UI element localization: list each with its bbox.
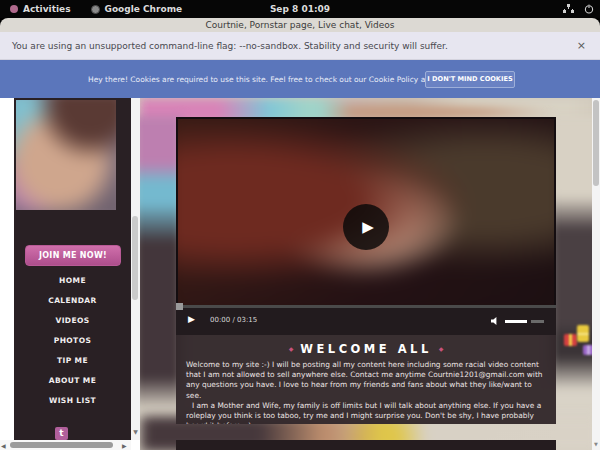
cookie-message: Hey there! Cookies are required to use t… [88,75,466,84]
page-vertical-scrollbar-thumb[interactable] [593,100,599,186]
sidebar-horizontal-scrollbar[interactable]: ◀ ▶ [0,440,131,450]
video-controls-bar: ▶ 00:00 / 03:15 [176,305,556,335]
network-icon[interactable] [563,4,574,14]
sidebar-menu: HOME CALENDAR VIDEOS PHOTOS TIP ME ABOUT… [14,271,131,411]
sidebar-scroll-right-icon[interactable]: ▶ [122,442,127,449]
clock[interactable]: Sep 8 01:09 [0,4,600,14]
volume-icon [491,316,501,326]
welcome-text: Welcome to my site :-) I will be posting… [186,360,546,424]
volume-control[interactable] [491,316,544,326]
sandbox-warning-infobar: You are using an unsupported command-lin… [0,32,600,60]
join-now-button[interactable]: JOIN ME NOW! [25,245,121,266]
welcome-section: ◆WELCOME ALL◆ Welcome to my site :-) I w… [176,335,556,424]
welcome-heading: ◆WELCOME ALL◆ [176,342,556,356]
welcome-paragraph-2: I am a Mother and Wife, my family is off… [186,401,546,424]
sidebar-horizontal-scrollbar-thumb[interactable] [10,442,113,448]
cookie-consent-bar: Hey there! Cookies are required to use t… [0,60,600,98]
video-progress-handle[interactable] [176,303,183,310]
profile-photo-blur [16,100,116,210]
welcome-heading-text: WELCOME ALL [300,342,431,356]
sidebar-item-tip-me[interactable]: TIP ME [14,351,131,371]
next-section-box [176,440,556,450]
sidebar-item-photos[interactable]: PHOTOS [14,331,131,351]
diamond-icon: ◆ [282,345,301,352]
sidebar-frame: JOIN ME NOW! HOME CALENDAR VIDEOS PHOTOS… [0,98,140,450]
profile-photo [16,100,116,210]
main-content: ▶ ▶ 00:00 / 03:15 ◆WELCOME ALL◆ [140,98,600,450]
page-content: JOIN ME NOW! HOME CALENDAR VIDEOS PHOTOS… [0,98,600,450]
sidebar-item-videos[interactable]: VIDEOS [14,311,131,331]
sidebar-vertical-scrollbar-thumb[interactable] [132,216,138,300]
diamond-icon: ◆ [432,345,451,352]
sidebar-panel: JOIN ME NOW! HOME CALENDAR VIDEOS PHOTOS… [14,98,131,440]
video-time-display: 00:00 / 03:15 [210,316,257,324]
window-title-bar: Courtnie, Pornstar page, Live chat, Vide… [0,18,600,32]
sidebar-item-home[interactable]: HOME [14,271,131,291]
video-player: ▶ ▶ 00:00 / 03:15 [176,117,556,335]
sidebar-scroll-left-icon[interactable]: ◀ [1,442,6,449]
sidebar-scroll-down-icon[interactable]: ▼ [131,428,140,435]
desktop-top-bar: Activities Google Chrome Sep 8 01:09 [0,0,600,18]
infobar-close-icon[interactable]: × [577,39,586,52]
sidebar-item-wish-list[interactable]: WISH LIST [14,391,131,411]
cookie-accept-button[interactable]: I DON'T MIND COOKIES [425,71,515,88]
big-play-button[interactable]: ▶ [343,204,389,250]
page-scroll-down-icon[interactable]: ▼ [592,441,600,447]
sidebar-item-calendar[interactable]: CALENDAR [14,291,131,311]
volume-slider-rest[interactable] [531,320,544,323]
window-title: Courtnie, Pornstar page, Live chat, Vide… [205,20,394,30]
power-icon[interactable] [584,4,594,14]
sidebar-item-about-me[interactable]: ABOUT ME [14,371,131,391]
volume-slider-fill[interactable] [505,320,527,323]
gift-box-yellow [577,325,589,342]
page-vertical-scrollbar[interactable]: ▼ [592,98,600,450]
welcome-paragraph-1: Welcome to my site :-) I will be posting… [186,360,546,401]
play-button[interactable]: ▶ [188,314,195,324]
big-play-icon: ▶ [362,218,374,236]
video-progress-bar[interactable] [176,305,556,308]
sidebar-vertical-scrollbar[interactable]: ▼ [131,98,140,440]
infobar-message: You are using an unsupported command-lin… [12,41,448,51]
twitter-icon[interactable]: t [55,427,68,440]
gift-box-red [564,334,577,346]
